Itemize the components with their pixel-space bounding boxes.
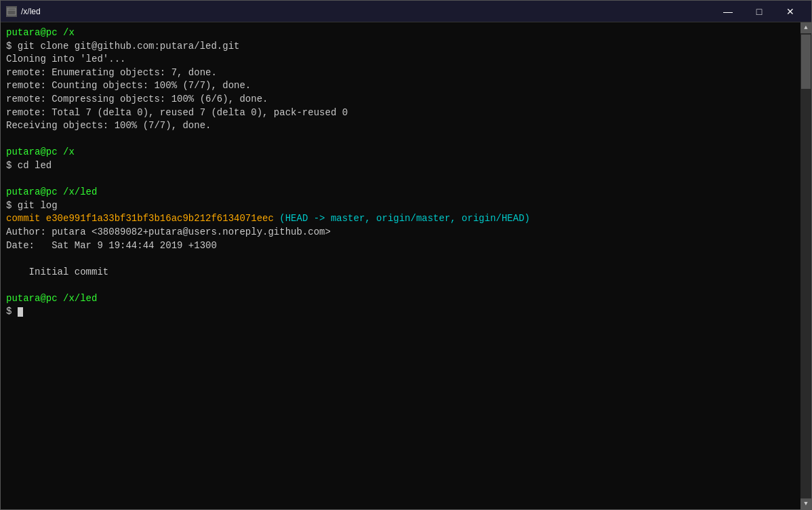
terminal-line: Cloning into 'led'... xyxy=(6,53,795,66)
scroll-down-button[interactable]: ▼ xyxy=(800,498,811,509)
prompt: putara@pc /x xyxy=(6,27,75,38)
window-controls: — □ ✕ xyxy=(712,1,806,22)
commit-refs: (HEAD -> master, origin/master, origin/H… xyxy=(274,213,530,224)
date-line: Date: Sat Mar 9 19:44:44 2019 +1300 xyxy=(6,240,217,251)
empty-line xyxy=(6,173,795,187)
terminal-line: remote: Compressing objects: 100% (6/6),… xyxy=(6,93,795,106)
output-text: Receiving objects: 100% (7/7), done. xyxy=(6,120,211,131)
output-text: Cloning into 'led'... xyxy=(6,54,125,64)
command-text: $ git log xyxy=(6,200,58,211)
scroll-up-button[interactable]: ▲ xyxy=(800,22,811,33)
terminal-line: putara@pc /x/led xyxy=(6,186,795,199)
terminal-line: Initial commit xyxy=(6,266,795,279)
command-text: $ cd led xyxy=(6,160,52,171)
window-title: /x/led xyxy=(21,7,712,16)
terminal-line: putara@pc /x xyxy=(6,26,795,40)
output-text: remote: Total 7 (delta 0), reused 7 (del… xyxy=(6,107,348,118)
prompt: putara@pc /x/led xyxy=(6,293,97,304)
close-button[interactable]: ✕ xyxy=(775,1,806,22)
terminal-line: Receiving objects: 100% (7/7), done. xyxy=(6,119,795,133)
output-text: remote: Compressing objects: 100% (6/6),… xyxy=(6,94,268,104)
empty-line xyxy=(6,279,795,292)
command-text: $ xyxy=(6,306,18,317)
prompt: putara@pc /x/led xyxy=(6,187,97,197)
svg-text:≡: ≡ xyxy=(8,8,9,10)
terminal-line: putara@pc /x/led xyxy=(6,292,795,306)
empty-line xyxy=(6,252,795,266)
maximize-button[interactable]: □ xyxy=(744,1,775,22)
terminal-line: remote: Total 7 (delta 0), reused 7 (del… xyxy=(6,106,795,120)
app-icon: ≡ xyxy=(6,6,17,17)
terminal-container: putara@pc /x $ git clone git@github.com:… xyxy=(1,22,811,509)
cursor xyxy=(18,307,23,317)
command-text: $ git clone git@github.com:putara/led.gi… xyxy=(6,41,239,52)
author-line: Author: putara <38089082+putara@users.no… xyxy=(6,227,331,237)
scrollbar[interactable]: ▲ ▼ xyxy=(800,22,811,509)
scrollbar-thumb[interactable] xyxy=(801,35,811,89)
terminal-line: Date: Sat Mar 9 19:44:44 2019 +1300 xyxy=(6,239,795,253)
terminal-line: $ git log xyxy=(6,199,795,213)
terminal-content[interactable]: putara@pc /x $ git clone git@github.com:… xyxy=(1,22,800,509)
prompt: putara@pc /x xyxy=(6,146,75,157)
commit-message: Initial commit xyxy=(6,267,108,277)
minimize-button[interactable]: — xyxy=(712,1,744,22)
terminal-line: putara@pc /x xyxy=(6,146,795,159)
empty-line xyxy=(6,133,795,146)
terminal-line: $ git clone git@github.com:putara/led.gi… xyxy=(6,40,795,54)
terminal-line: $ cd led xyxy=(6,159,795,173)
terminal-window: ≡ /x/led — □ ✕ putara@pc /x $ git clone … xyxy=(0,0,812,510)
output-text: remote: Counting objects: 100% (7/7), do… xyxy=(6,80,251,91)
terminal-line: remote: Enumerating objects: 7, done. xyxy=(6,66,795,80)
terminal-line: commit e30e991f1a33bf31bf3b16ac9b212f613… xyxy=(6,212,795,226)
terminal-line: remote: Counting objects: 100% (7/7), do… xyxy=(6,79,795,93)
title-bar: ≡ /x/led — □ ✕ xyxy=(1,1,811,22)
output-text: remote: Enumerating objects: 7, done. xyxy=(6,67,217,78)
terminal-line: $ xyxy=(6,305,795,319)
scrollbar-track[interactable] xyxy=(800,33,811,498)
commit-hash: commit e30e991f1a33bf31bf3b16ac9b212f613… xyxy=(6,213,274,224)
terminal-line: Author: putara <38089082+putara@users.no… xyxy=(6,226,795,239)
